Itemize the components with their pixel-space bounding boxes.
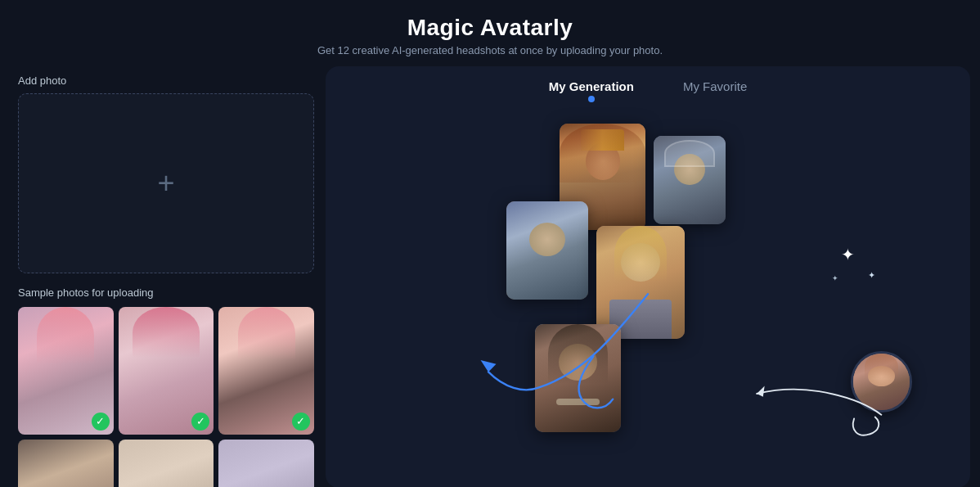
check-badge-1: ✓ <box>92 413 110 431</box>
portrait-card-3[interactable] <box>506 201 588 300</box>
check-badge-3: ✓ <box>292 413 310 431</box>
tab-my-favorite-label: My Favorite <box>683 79 747 93</box>
sparkle-3: ✦ <box>832 275 838 282</box>
right-panel: My Generation My Favorite <box>326 66 970 487</box>
sample-label: Sample photos for uploading <box>18 286 314 299</box>
portrait-card-2[interactable] <box>654 136 726 224</box>
upload-plus-icon: + <box>157 169 174 198</box>
header: Magic Avatarly Get 12 creative AI-genera… <box>0 0 980 66</box>
portrait-card-4[interactable] <box>596 226 685 339</box>
add-photo-label: Add photo <box>18 74 314 87</box>
sparkle-2: ✦ <box>868 271 875 280</box>
sparkle-1: ✦ <box>841 246 855 263</box>
main-layout: Add photo + Sample photos for uploading … <box>0 66 980 487</box>
sample-thumb-2[interactable]: ✓ <box>119 307 214 435</box>
check-badge-2: ✓ <box>191 413 209 431</box>
sample-thumb-3[interactable]: ✓ <box>218 307 314 435</box>
tab-my-generation-label: My Generation <box>549 79 634 93</box>
sample-thumb-4[interactable] <box>18 440 114 487</box>
sample-thumb-6[interactable] <box>218 440 314 487</box>
app-subtitle: Get 12 creative AI-generated headshots a… <box>0 44 980 56</box>
sample-thumb-1[interactable]: ✓ <box>18 307 114 435</box>
tabs-row: My Generation My Favorite <box>339 79 957 107</box>
portrait-card-5[interactable] <box>535 324 621 432</box>
upload-box[interactable]: + <box>18 93 314 273</box>
images-scene: ✦ ✦ ✦ <box>339 107 957 458</box>
sample-thumb-5[interactable] <box>119 440 214 487</box>
tab-active-dot <box>588 96 595 102</box>
left-panel: Add photo + Sample photos for uploading … <box>7 66 326 487</box>
tab-my-favorite[interactable]: My Favorite <box>683 79 747 107</box>
circle-avatar[interactable] <box>851 351 912 413</box>
sample-grid: ✓ ✓ ✓ <box>18 307 314 487</box>
app-title: Magic Avatarly <box>0 15 980 41</box>
tab-my-generation[interactable]: My Generation <box>549 79 634 107</box>
